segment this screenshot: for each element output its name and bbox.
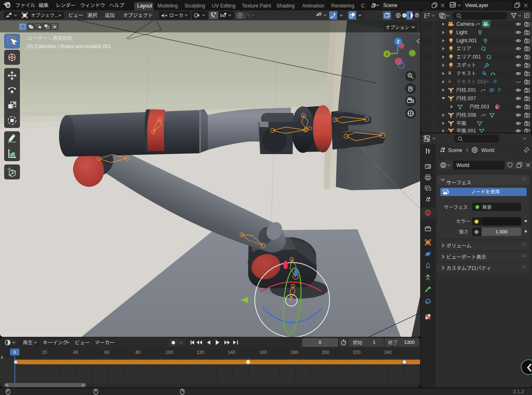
svg-text:Z: Z (397, 39, 399, 44)
svg-text:Y: Y (386, 52, 388, 56)
